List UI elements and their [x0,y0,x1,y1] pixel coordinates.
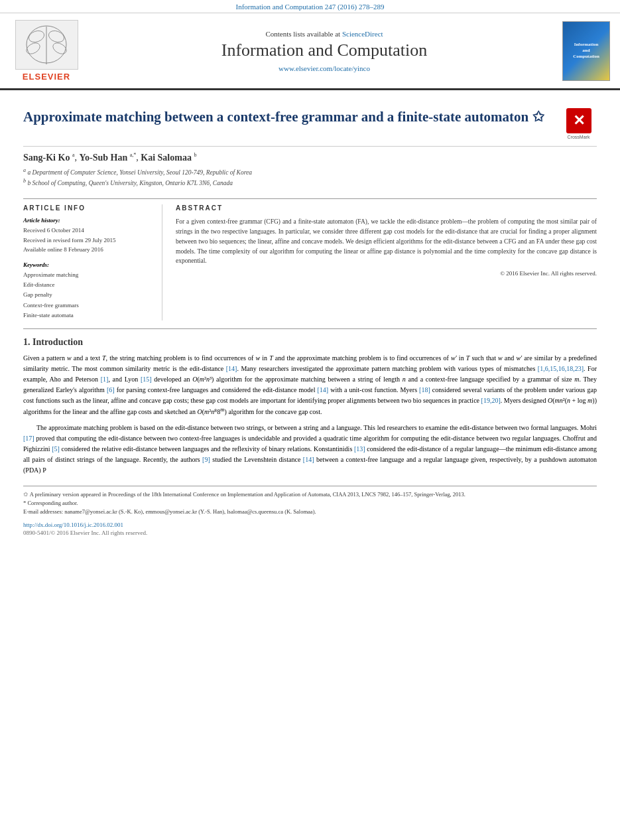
svg-point-4 [25,40,42,56]
authors-line: Sang-Ki Ko a, Yo-Sub Han a,*, Kai Saloma… [23,152,597,163]
svg-point-3 [47,29,66,44]
author-1: Sang-Ki Ko [23,153,70,163]
crossmark-area[interactable]: ✕ CrossMark [560,108,597,139]
author-3-sup: b [194,152,196,158]
rights-text: 0890-5401/© 2016 Elsevier Inc. All right… [23,529,597,536]
author-2: Yo-Sub Han [79,153,127,163]
main-content: Approximate matching between a context-f… [0,90,620,549]
journal-url: www.elsevier.com/locate/yinco [93,64,556,72]
history-available: Available online 8 February 2016 [23,245,152,254]
author-3: Kai Salomaa [141,153,192,163]
article-title-section: Approximate matching between a context-f… [23,98,597,147]
star-footnote: ✩ A preliminary version appeared in Proc… [23,490,597,499]
crossmark-icon[interactable]: ✕ [566,108,591,133]
svg-point-2 [27,29,46,44]
introduction-title: 1. Introduction [23,337,597,348]
sciencedirect-link[interactable]: ScienceDirect [342,30,383,38]
these-word: these [561,238,574,245]
intro-paragraph-1: Given a pattern w and a text T, the stri… [23,353,597,417]
crossmark-label: CrossMark [568,135,590,139]
doi-anchor[interactable]: http://dx.doi.org/10.1016/j.ic.2016.02.0… [23,522,123,528]
section-divider [23,328,597,329]
abstract-column: ABSTRACT For a given context-free gramma… [176,204,597,320]
corresponding-footnote: * Corresponding author. [23,499,597,508]
affiliation-2: b b School of Computing, Queen's Univers… [23,177,597,188]
footnote-divider [23,486,597,486]
keyword-5: Finite-state automata [23,311,152,320]
history-label: Article history: [23,217,152,224]
keyword-4: Context-free grammars [23,301,152,311]
elsevier-brand-text: ELSEVIER [23,72,70,82]
history-revised: Received in revised form 29 July 2015 [23,236,152,245]
keyword-3: Gap penalty [23,290,152,300]
author-2-sup: a,* [130,152,137,158]
journal-citation-text: Information and Computation 247 (2016) 2… [236,3,385,11]
article-info-column: ARTICLE INFO Article history: Received 6… [23,204,162,320]
author-1-sup: a [72,152,75,158]
email-footnote: E-mail addresses: naname7@yonsei.ac.kr (… [23,508,597,516]
journal-title: Information and Computation [93,40,556,60]
intro-paragraph-2: The approximate matching problem is base… [23,423,597,476]
journal-title-area: Contents lists available at ScienceDirec… [93,30,556,72]
keyword-1: Approximate matching [23,270,152,280]
keywords-label: Keywords: [23,261,152,268]
journal-url-link[interactable]: www.elsevier.com/locate/yinco [279,64,370,72]
abstract-text: For a given context-free grammar (CFG) a… [176,217,597,266]
journal-cover-image: InformationandComputation [562,21,610,81]
copyright-line: © 2016 Elsevier Inc. All rights reserved… [176,270,597,277]
publisher-logo-area: ELSEVIER [7,20,86,82]
journal-citation-banner: Information and Computation 247 (2016) 2… [0,0,620,13]
abstract-heading: ABSTRACT [176,204,597,212]
svg-point-5 [51,40,68,56]
affiliations: a a Department of Computer Science, Yons… [23,167,597,188]
keyword-2: Edit-distance [23,280,152,290]
article-title: Approximate matching between a context-f… [23,108,554,126]
authors-section: Sang-Ki Ko a, Yo-Sub Han a,*, Kai Saloma… [23,147,597,190]
history-received: Received 6 October 2014 [23,226,152,235]
article-info-abstract-section: ARTICLE INFO Article history: Received 6… [23,198,597,320]
article-info-heading: ARTICLE INFO [23,204,152,212]
affiliation-1: a a Department of Computer Science, Yons… [23,167,597,177]
doi-link[interactable]: http://dx.doi.org/10.1016/j.ic.2016.02.0… [23,522,597,528]
journal-header: ELSEVIER Contents lists available at Sci… [0,13,620,90]
contents-available-line: Contents lists available at ScienceDirec… [93,30,556,38]
elsevier-tree-logo [15,20,78,70]
